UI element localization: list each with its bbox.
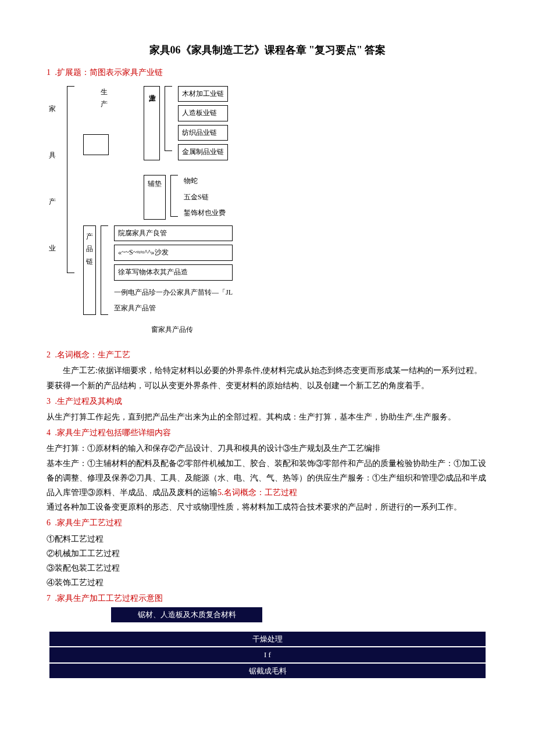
q4-label: .家具生产过程包括哪些详细内容 xyxy=(55,428,172,437)
q1-heading: 1 .扩展题：简图表示家具产业链 xyxy=(47,65,488,80)
p2b: 要获得一个新的产品结构，可以从变更外界条件、变更材料的原始结构、以及创建一个新工… xyxy=(47,378,488,393)
fi-2: 产 xyxy=(49,196,56,209)
prod-chain-label: 生 产 xyxy=(101,86,109,111)
metal-chain: 金属制品业链 xyxy=(178,144,228,160)
q4-num: 4 xyxy=(47,428,51,437)
q1-label: .扩展题：简图表示家具产业链 xyxy=(55,68,163,77)
industry-chain-diagram: 家 具 产 业 生 产 上游产业 xyxy=(47,86,488,336)
page-title: 家具06《家具制造工艺》课程各章 "复习要点" 答案 xyxy=(47,41,488,59)
q6-heading: 6 .家具生产工艺过程 xyxy=(47,515,488,530)
aux-2: 五金S链 xyxy=(184,191,226,204)
diagram-caption: 窗家具产品传 xyxy=(151,324,488,336)
prod-line-1: 院腐家具产良管 xyxy=(114,225,233,242)
q6-num: 6 xyxy=(47,518,51,527)
furniture-industry-label: 家 具 产 业 xyxy=(47,86,58,272)
l6-4: ④装饰工艺过程 xyxy=(47,575,488,590)
p3: 从生产打算工作起先，直到把产品生产出来为止的全部过程。其构成：生产打算，基本生产… xyxy=(47,410,488,424)
q4-heading: 4 .家具生产过程包括哪些详细内容 xyxy=(47,425,488,440)
p5: 通过各种加工设备变更原料的形态、尺寸或物理性质，将材料加工成符合技术要求的产品时… xyxy=(47,500,488,514)
panel-chain: 人造板业链 xyxy=(178,105,228,121)
q6-label: .家具生产工艺过程 xyxy=(55,518,123,527)
q2-label: .名词概念：生产工艺 xyxy=(55,350,131,359)
pc-0: 生 xyxy=(101,86,109,99)
q5-inline: 5.名词概念：工艺过程 xyxy=(217,488,297,497)
q2-num: 2 xyxy=(47,350,51,359)
p4b-line: 基本生产：①主辅材料的配料及配备②零部件机械加工、胶合、装配和装饰③零部件和产品… xyxy=(47,456,488,500)
upstream-v: 上游产业 xyxy=(145,89,158,157)
fi-3: 业 xyxy=(49,242,56,255)
aux-3: 錾饰材也业费 xyxy=(184,207,226,220)
aux-1: 物蛇 xyxy=(184,175,226,188)
upstream-box: 上游产业 xyxy=(144,86,160,160)
q3-label: .生产过程及其构成 xyxy=(55,397,123,406)
prod-line-2: «~~S~≈≈^^»沙发 xyxy=(114,245,233,261)
flow-arrow: I f xyxy=(49,647,486,662)
prod-line-3: 徐革写物体衣其产品造 xyxy=(114,264,233,281)
wood-proc: 木材加工业链 xyxy=(178,86,228,102)
q7-label: .家具生产加工工艺过程示意图 xyxy=(55,594,163,603)
aux-v: 辅垫 xyxy=(148,180,162,188)
l6-2: ②机械加工工艺过程 xyxy=(47,546,488,561)
q7-num: 7 xyxy=(47,594,51,603)
fi-1: 具 xyxy=(49,149,56,162)
p4a: 生产打算：①原材料的输入和保存②产品设计、刀具和模具的设计③生产规划及生产工艺编… xyxy=(47,441,488,456)
l6-3: ③装配包装工艺过程 xyxy=(47,561,488,575)
fi-0: 家 xyxy=(49,103,56,116)
flow-step-2: 干燥处理 xyxy=(49,631,486,647)
pc-1: 产 xyxy=(101,98,109,111)
plc-0: 产 xyxy=(86,231,93,243)
l6-1: ①配料工艺过程 xyxy=(47,532,488,546)
q3-heading: 3 .生产过程及其构成 xyxy=(47,394,488,409)
p2a: 生产工艺:依据详细要求，给特定材料以必要的外界条件,使材料完成从始态到终态变更而… xyxy=(47,363,488,378)
flow-step-1: 锯材、人造板及木质复合材料 xyxy=(110,607,263,622)
q2-heading: 2 .名词概念：生产工艺 xyxy=(47,347,488,362)
plc-2: 链 xyxy=(86,256,93,268)
plc-1: 品 xyxy=(86,243,93,256)
misc1: 一例电产品珍一办公家具产苗转—「JL xyxy=(114,286,233,299)
q1-num: 1 xyxy=(47,68,51,77)
textile-chain: 纺织品业链 xyxy=(178,125,228,141)
aux-box: 辅垫 xyxy=(144,175,166,220)
empty-box-1 xyxy=(83,134,109,155)
flow-step-3: 锯截成毛料 xyxy=(49,663,486,679)
misc2: 至家具产品管 xyxy=(114,302,233,315)
q7-heading: 7 .家具生产加工工艺过程示意图 xyxy=(47,591,488,605)
q3-num: 3 xyxy=(47,397,51,406)
product-chain-box: 产 品 链 xyxy=(83,225,96,315)
